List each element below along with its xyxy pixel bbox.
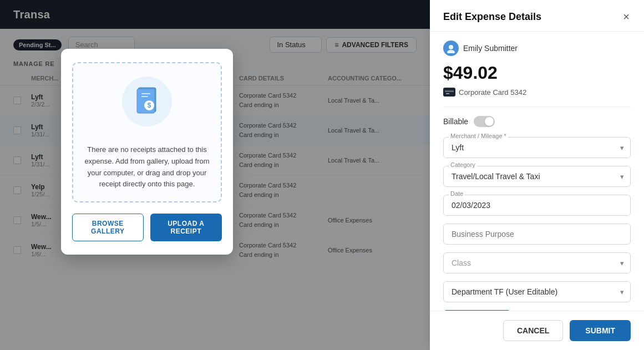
- card-name: Corporate Card 5342: [459, 88, 526, 97]
- billable-row: Billable: [443, 116, 631, 127]
- edit-expense-panel: Edit Expense Details × Emily Submitter $…: [430, 0, 644, 350]
- panel-body: Emily Submitter $49.02 Corporate Card 53…: [430, 32, 644, 311]
- receipt-drop-zone[interactable]: $ There are no receipts attached to this…: [72, 62, 222, 202]
- receipt-icon: $: [134, 87, 160, 116]
- category-select[interactable]: Travel/Local Travel & Taxi: [443, 166, 631, 187]
- receipt-action-buttons: BROWSE GALLERY UPLOAD A RECEIPT: [72, 214, 222, 241]
- toggle-knob: [485, 117, 494, 126]
- merchant-select[interactable]: Lyft: [443, 137, 631, 158]
- receipt-icon-container: $: [122, 77, 172, 126]
- date-field: Date: [443, 195, 631, 216]
- department-select[interactable]: Department TF (User Editable): [443, 281, 631, 302]
- merchant-field: Merchant / Mileage * Lyft: [443, 137, 631, 158]
- date-label: Date: [449, 190, 465, 197]
- svg-rect-10: [446, 93, 449, 94]
- browse-gallery-button[interactable]: BROWSE GALLERY: [72, 214, 144, 241]
- class-field: Class: [443, 252, 631, 273]
- class-select[interactable]: Class: [443, 252, 631, 273]
- date-input[interactable]: [443, 195, 631, 216]
- close-button[interactable]: ×: [622, 10, 631, 23]
- receipt-modal: $ There are no receipts attached to this…: [61, 49, 233, 255]
- credit-card-icon: [445, 89, 454, 95]
- divider: [443, 106, 631, 107]
- panel-footer: CANCEL SUBMIT: [430, 311, 644, 350]
- card-icon: [443, 88, 455, 97]
- category-field: Category Travel/Local Travel & Taxi: [443, 166, 631, 187]
- user-icon: [446, 43, 456, 53]
- department-field: Department TF (User Editable): [443, 281, 631, 302]
- panel-title: Edit Expense Details: [443, 11, 541, 23]
- cancel-button[interactable]: CANCEL: [503, 320, 563, 341]
- svg-text:$: $: [148, 102, 151, 109]
- user-row: Emily Submitter: [443, 40, 631, 56]
- receipt-message: There are no receipts attached to this e…: [82, 144, 212, 190]
- business-purpose-field: [443, 224, 631, 245]
- business-purpose-input[interactable]: [443, 224, 631, 245]
- expense-amount: $49.02: [443, 63, 631, 83]
- submit-button[interactable]: SUBMIT: [570, 320, 631, 341]
- category-label: Category: [449, 161, 477, 168]
- svg-rect-1: [137, 89, 155, 113]
- billable-toggle[interactable]: [474, 116, 495, 127]
- svg-rect-9: [445, 90, 454, 92]
- svg-rect-3: [141, 96, 148, 97]
- svg-rect-2: [141, 93, 150, 94]
- panel-header: Edit Expense Details ×: [430, 0, 644, 32]
- avatar: [443, 40, 459, 56]
- billable-label: Billable: [443, 117, 468, 126]
- merchant-label: Merchant / Mileage *: [449, 133, 508, 139]
- svg-point-6: [449, 45, 453, 49]
- user-name: Emily Submitter: [463, 44, 518, 53]
- svg-point-7: [447, 50, 455, 53]
- upload-receipt-button[interactable]: UPLOAD A RECEIPT: [150, 214, 222, 241]
- card-row: Corporate Card 5342: [443, 88, 631, 97]
